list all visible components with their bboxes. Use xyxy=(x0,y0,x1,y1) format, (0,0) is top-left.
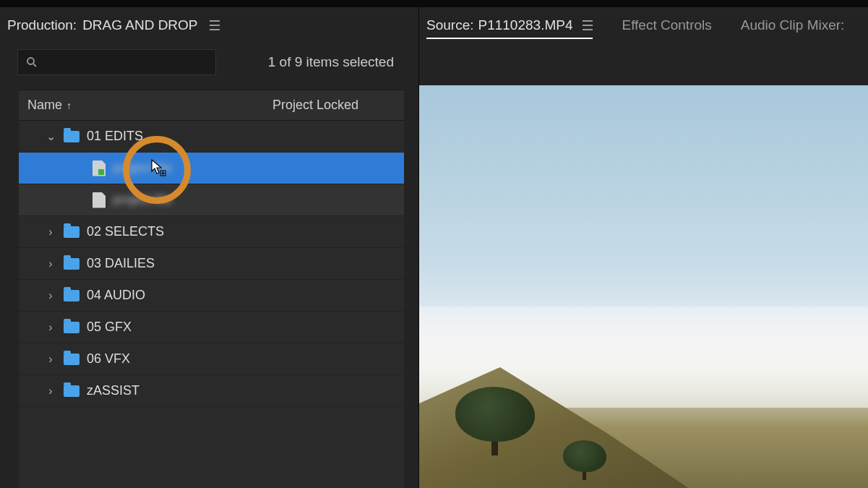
video-preview xyxy=(419,85,868,488)
chevron-right-icon[interactable]: › xyxy=(45,385,56,398)
video-preview-area[interactable] xyxy=(419,85,868,488)
bin-label: 01 EDITS xyxy=(87,129,143,144)
bin-row-dailies[interactable]: › 03 DAILIES xyxy=(19,248,404,280)
bin-label: 06 VFX xyxy=(87,351,130,367)
project-file-icon xyxy=(93,160,106,176)
tab-audio-clip-mixer[interactable]: Audio Clip Mixer: xyxy=(741,17,845,33)
bin-row-project[interactable]: project file xyxy=(19,184,404,216)
bin-row-gfx[interactable]: › 05 GFX xyxy=(19,312,404,343)
bin-list: ⌄ 01 EDITS project file project file › 0… xyxy=(19,121,404,488)
bin-label: 04 AUDIO xyxy=(87,288,145,303)
search-icon xyxy=(25,56,38,69)
source-clip-name: P1110283.MP4 xyxy=(478,17,572,33)
folder-icon xyxy=(64,131,80,142)
list-header: Name ↑ Project Locked xyxy=(19,90,404,121)
chevron-right-icon[interactable]: › xyxy=(45,226,56,239)
panel-tabs: Production: DRAG AND DROP xyxy=(0,7,418,46)
tab-effect-controls[interactable]: Effect Controls xyxy=(622,17,711,33)
panel-menu-icon[interactable] xyxy=(210,20,220,30)
bin-row-zassist[interactable]: › zASSIST xyxy=(19,375,404,407)
title-bar xyxy=(0,0,868,7)
bin-row-edits[interactable]: ⌄ 01 EDITS xyxy=(19,121,404,153)
bin-label: 03 DAILIES xyxy=(87,256,155,271)
chevron-right-icon[interactable]: › xyxy=(45,321,56,334)
folder-icon xyxy=(64,226,80,238)
bin-row-vfx[interactable]: › 06 VFX xyxy=(19,343,404,375)
bin-label: project file xyxy=(113,160,172,176)
svg-point-0 xyxy=(27,58,34,64)
bin-label: zASSIST xyxy=(87,383,139,398)
search-input[interactable] xyxy=(17,49,216,75)
project-panel: Production: DRAG AND DROP 1 of 9 items s… xyxy=(0,7,419,488)
sort-arrow-icon: ↑ xyxy=(66,100,72,111)
folder-icon xyxy=(64,322,80,333)
folder-icon xyxy=(64,385,80,397)
bin-label: 05 GFX xyxy=(87,320,132,335)
bin-label: 02 SELECTS xyxy=(87,224,164,239)
chevron-down-icon[interactable]: ⌄ xyxy=(45,129,56,143)
production-name[interactable]: DRAG AND DROP xyxy=(82,17,197,33)
bin-label: project file xyxy=(113,192,172,207)
production-label: Production: xyxy=(7,17,77,33)
column-locked[interactable]: Project Locked xyxy=(272,98,395,113)
chevron-right-icon[interactable]: › xyxy=(45,353,56,366)
tab-source[interactable]: Source: P1110283.MP4 xyxy=(426,17,593,39)
right-panel-tabs: Source: P1110283.MP4 Effect Controls Aud… xyxy=(419,7,868,49)
source-monitor-panel: Source: P1110283.MP4 Effect Controls Aud… xyxy=(419,7,868,488)
panel-menu-icon[interactable] xyxy=(583,20,593,30)
chevron-right-icon[interactable]: › xyxy=(45,289,56,302)
bin-row-audio[interactable]: › 04 AUDIO xyxy=(19,280,404,312)
column-name[interactable]: Name ↑ xyxy=(27,98,272,113)
svg-line-1 xyxy=(33,64,36,67)
selection-count: 1 of 9 items selected xyxy=(231,54,401,70)
folder-icon xyxy=(64,258,80,270)
chevron-right-icon[interactable]: › xyxy=(45,257,56,270)
bin-row-selects[interactable]: › 02 SELECTS xyxy=(19,216,404,248)
folder-icon xyxy=(64,354,80,365)
file-icon xyxy=(93,192,106,208)
source-label: Source: xyxy=(426,17,473,33)
bin-row-project-selected[interactable]: project file xyxy=(19,153,404,184)
folder-icon xyxy=(64,290,80,301)
